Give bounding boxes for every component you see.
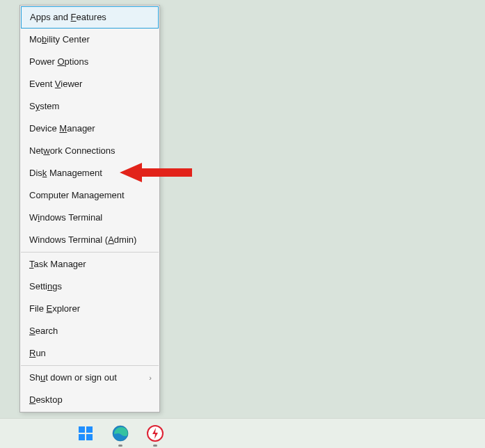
- menu-item-label: Device Manager: [29, 118, 95, 140]
- menu-item-event-viewer[interactable]: Event Viewer: [21, 73, 159, 95]
- menu-item-label: Desktop: [29, 389, 63, 411]
- menu-item-label: Apps and Features: [30, 6, 106, 29]
- menu-item-label: Settings: [29, 275, 62, 298]
- menu-item-system[interactable]: System: [21, 95, 159, 118]
- menu-item-label: Network Connections: [29, 140, 116, 162]
- menu-item-search[interactable]: Search: [21, 320, 159, 342]
- menu-item-windows-terminal[interactable]: Windows Terminal: [21, 207, 159, 229]
- menu-item-windows-terminal-admin[interactable]: Windows Terminal (Admin): [21, 229, 159, 251]
- winx-context-menu: Apps and FeaturesMobility CenterPower Op…: [19, 5, 160, 413]
- menu-item-mobility-center[interactable]: Mobility Center: [21, 29, 159, 51]
- menu-item-label: File Explorer: [29, 298, 80, 320]
- menu-item-network-connections[interactable]: Network Connections: [21, 140, 159, 162]
- menu-item-label: System: [29, 95, 59, 118]
- menu-item-label: Search: [29, 320, 58, 342]
- svg-rect-2: [79, 434, 85, 440]
- menu-item-disk-management[interactable]: Disk Management: [21, 162, 159, 184]
- svg-rect-3: [86, 434, 93, 440]
- menu-item-settings[interactable]: Settings: [21, 275, 159, 298]
- menu-item-label: Windows Terminal: [29, 207, 102, 229]
- menu-item-label: Windows Terminal (Admin): [29, 229, 136, 251]
- running-indicator: [153, 445, 157, 447]
- menu-item-shutdown-signout[interactable]: Shut down or sign out›: [21, 367, 159, 389]
- menu-item-run[interactable]: Run: [21, 342, 159, 365]
- menu-item-label: Disk Management: [29, 162, 102, 184]
- app-icon[interactable]: [146, 424, 164, 442]
- menu-item-label: Event Viewer: [29, 73, 82, 95]
- menu-item-label: Run: [29, 342, 46, 365]
- menu-item-label: Shut down or sign out: [29, 367, 117, 389]
- menu-item-label: Mobility Center: [29, 29, 90, 51]
- menu-item-computer-management[interactable]: Computer Management: [21, 184, 159, 207]
- menu-item-desktop[interactable]: Desktop: [21, 389, 159, 411]
- running-indicator: [118, 445, 122, 447]
- menu-item-task-manager[interactable]: Task Manager: [21, 253, 159, 275]
- menu-item-power-options[interactable]: Power Options: [21, 51, 159, 73]
- menu-item-file-explorer[interactable]: File Explorer: [21, 298, 159, 320]
- start-icon[interactable]: [77, 424, 95, 442]
- menu-separator: [21, 365, 159, 366]
- chevron-right-icon: ›: [149, 367, 152, 389]
- svg-rect-1: [86, 426, 93, 433]
- edge-icon[interactable]: [111, 424, 129, 442]
- menu-item-device-manager[interactable]: Device Manager: [21, 118, 159, 140]
- menu-item-label: Power Options: [29, 51, 88, 73]
- taskbar: [0, 418, 485, 448]
- menu-separator: [21, 252, 159, 253]
- menu-item-label: Computer Management: [29, 184, 125, 207]
- menu-item-label: Task Manager: [29, 253, 86, 275]
- menu-item-apps-and-features[interactable]: Apps and Features: [21, 6, 159, 29]
- svg-rect-0: [79, 426, 85, 433]
